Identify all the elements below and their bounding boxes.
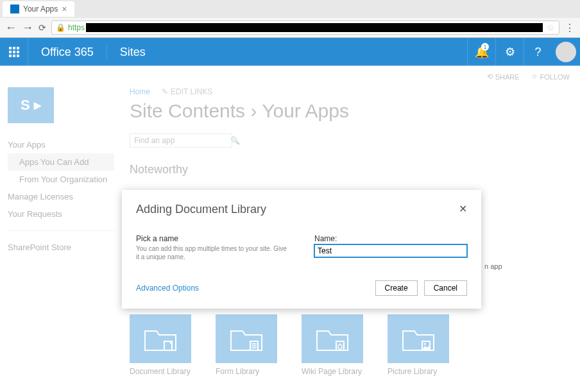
notifications-button[interactable]: 🔔1: [467, 38, 495, 66]
nav-bar: ← → ⟳ 🔒 https ☆ ⋮: [0, 18, 580, 37]
tab-title: Your Apps: [23, 4, 58, 13]
help-button[interactable]: ?: [524, 38, 552, 66]
create-button[interactable]: Create: [375, 280, 418, 296]
name-input[interactable]: [314, 244, 467, 257]
url-scheme: https: [68, 23, 85, 32]
settings-button[interactable]: ⚙: [495, 38, 524, 66]
url-redacted: [86, 23, 543, 32]
reload-button[interactable]: ⟳: [38, 22, 46, 33]
close-icon[interactable]: ×: [62, 4, 67, 14]
bookmark-icon[interactable]: ☆: [547, 22, 555, 33]
browser-chrome: Your Apps × ← → ⟳ 🔒 https ☆ ⋮: [0, 0, 580, 38]
name-label: Name:: [314, 234, 467, 243]
pick-name-label: Pick a name: [136, 234, 289, 243]
waffle-icon: [9, 47, 19, 57]
browser-tab[interactable]: Your Apps ×: [3, 1, 74, 17]
forward-button[interactable]: →: [22, 21, 33, 35]
url-bar[interactable]: 🔒 https ☆: [51, 21, 559, 35]
browser-menu-icon[interactable]: ⋮: [565, 22, 575, 34]
tab-bar: Your Apps ×: [0, 0, 580, 18]
add-library-dialog: Adding Document Library ✕ Pick a name Yo…: [122, 190, 481, 309]
advanced-options-link[interactable]: Advanced Options: [136, 284, 199, 293]
suite-bar: Office 365 Sites 🔔1 ⚙ ?: [0, 38, 580, 66]
dialog-title: Adding Document Library: [136, 203, 266, 216]
app-launcher-button[interactable]: [0, 38, 28, 66]
notification-badge: 1: [481, 43, 489, 51]
brand-label[interactable]: Office 365: [28, 46, 107, 59]
lock-icon: 🔒: [56, 23, 65, 32]
site-label[interactable]: Sites: [107, 46, 158, 59]
avatar[interactable]: [556, 42, 576, 62]
pick-name-help: You can add this app multiple times to y…: [136, 244, 289, 261]
peek-text: n app: [484, 262, 502, 270]
sharepoint-icon: [10, 4, 19, 13]
dialog-close-button[interactable]: ✕: [459, 203, 467, 215]
back-button[interactable]: ←: [5, 21, 17, 35]
cancel-button[interactable]: Cancel: [424, 280, 467, 296]
